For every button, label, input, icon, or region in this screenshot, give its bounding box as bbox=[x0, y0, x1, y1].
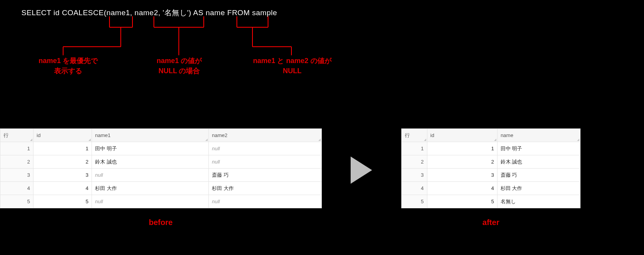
row-number-cell[interactable]: 1 bbox=[0, 142, 34, 155]
row-number-cell[interactable]: 5 bbox=[0, 195, 34, 208]
row-number-cell[interactable]: 1 bbox=[402, 142, 427, 155]
before-caption: before bbox=[0, 218, 321, 227]
annotation-line: NULL bbox=[283, 67, 302, 75]
arrow-icon bbox=[351, 157, 372, 184]
annotation-line: name1 を最優先で bbox=[39, 57, 98, 65]
annotation-default: name1 と name2 の値が NULL bbox=[238, 56, 347, 76]
annotation-line: name1 の値が bbox=[157, 57, 202, 65]
row-number-cell[interactable]: 4 bbox=[0, 182, 34, 195]
row-number-cell[interactable]: 2 bbox=[402, 155, 427, 169]
after-caption: after bbox=[401, 218, 580, 227]
table-header-row: 行 id name1 name2 bbox=[0, 129, 322, 142]
table-cell[interactable]: 杉田 大作 bbox=[92, 182, 209, 195]
col-header-id[interactable]: id bbox=[427, 129, 497, 142]
table-cell[interactable]: 斎藤 巧 bbox=[209, 169, 322, 182]
row-number-cell[interactable]: 4 bbox=[402, 182, 427, 195]
table-cell[interactable]: null bbox=[92, 195, 209, 208]
annotation-line: 表示する bbox=[54, 67, 82, 75]
table-cell[interactable]: 3 bbox=[34, 169, 92, 182]
col-header-name2[interactable]: name2 bbox=[209, 129, 322, 142]
table-cell[interactable]: null bbox=[209, 155, 322, 169]
row-number-cell[interactable]: 3 bbox=[0, 169, 34, 182]
table-cell[interactable]: 1 bbox=[34, 142, 92, 155]
col-header-name[interactable]: name bbox=[497, 129, 580, 142]
table-row: 33null斎藤 巧 bbox=[0, 169, 322, 182]
table-row: 55名無し bbox=[402, 195, 580, 208]
annotation-line: NULL の場合 bbox=[159, 67, 200, 75]
table-cell[interactable]: 田中 明子 bbox=[497, 142, 580, 155]
sql-statement: SELECT id COALESCE(name1, name2, '名無し') … bbox=[21, 8, 277, 18]
table-cell[interactable]: 5 bbox=[34, 195, 92, 208]
table-row: 11田中 明子null bbox=[0, 142, 322, 155]
annotation-name1: name1 を最優先で 表示する bbox=[21, 56, 115, 76]
table-cell[interactable]: 杉田 大作 bbox=[209, 182, 322, 195]
table-cell[interactable]: 鈴木 誠也 bbox=[497, 155, 580, 169]
before-table: 行 id name1 name2 11田中 明子null22鈴木 誠也null3… bbox=[0, 128, 321, 208]
table-row: 44杉田 大作 bbox=[402, 182, 580, 195]
table-cell[interactable]: null bbox=[209, 142, 322, 155]
table-cell[interactable]: 4 bbox=[427, 182, 497, 195]
col-header-row[interactable]: 行 bbox=[0, 129, 34, 142]
table-row: 44杉田 大作杉田 大作 bbox=[0, 182, 322, 195]
table-row: 55nullnull bbox=[0, 195, 322, 208]
table-cell[interactable]: 4 bbox=[34, 182, 92, 195]
table-row: 22鈴木 誠也null bbox=[0, 155, 322, 169]
table-row: 11田中 明子 bbox=[402, 142, 580, 155]
table-row: 33斎藤 巧 bbox=[402, 169, 580, 182]
row-number-cell[interactable]: 2 bbox=[0, 155, 34, 169]
table-row: 22鈴木 誠也 bbox=[402, 155, 580, 169]
table-cell[interactable]: 田中 明子 bbox=[92, 142, 209, 155]
table-cell[interactable]: null bbox=[209, 195, 322, 208]
annotation-line: name1 と name2 の値が bbox=[253, 57, 331, 65]
table-cell[interactable]: 斎藤 巧 bbox=[497, 169, 580, 182]
table-cell[interactable]: 名無し bbox=[497, 195, 580, 208]
table-cell[interactable]: 鈴木 誠也 bbox=[92, 155, 209, 169]
row-number-cell[interactable]: 5 bbox=[402, 195, 427, 208]
table-cell[interactable]: 5 bbox=[427, 195, 497, 208]
annotation-name2: name1 の値が NULL の場合 bbox=[140, 56, 218, 76]
col-header-name1[interactable]: name1 bbox=[92, 129, 209, 142]
table-cell[interactable]: 2 bbox=[427, 155, 497, 169]
after-table: 行 id name 11田中 明子22鈴木 誠也33斎藤 巧44杉田 大作55名… bbox=[401, 128, 580, 208]
table-cell[interactable]: 2 bbox=[34, 155, 92, 169]
col-header-row[interactable]: 行 bbox=[402, 129, 427, 142]
table-cell[interactable]: null bbox=[92, 169, 209, 182]
table-cell[interactable]: 杉田 大作 bbox=[497, 182, 580, 195]
table-header-row: 行 id name bbox=[402, 129, 580, 142]
col-header-id[interactable]: id bbox=[34, 129, 92, 142]
row-number-cell[interactable]: 3 bbox=[402, 169, 427, 182]
table-cell[interactable]: 1 bbox=[427, 142, 497, 155]
table-cell[interactable]: 3 bbox=[427, 169, 497, 182]
